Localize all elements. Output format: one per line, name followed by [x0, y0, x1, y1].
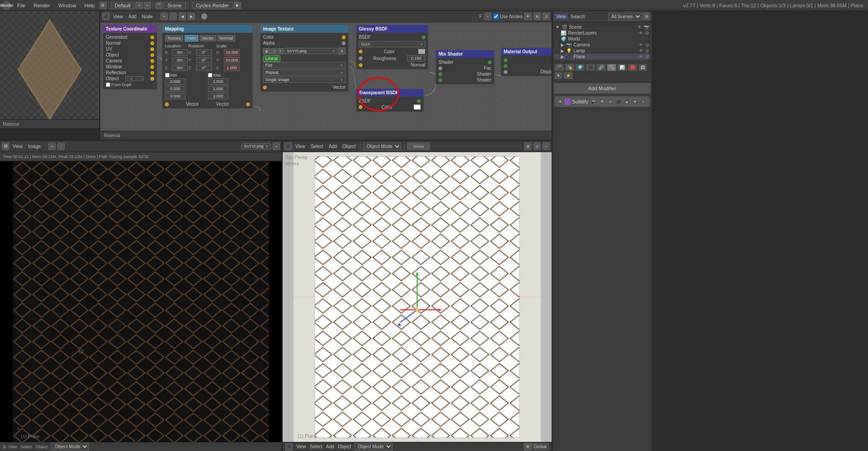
modifier-delete[interactable]: × [640, 98, 647, 105]
node-view-icon[interactable]: 👁 [524, 13, 532, 20]
render-nav2[interactable]: - [57, 143, 65, 150]
node-node-btn[interactable]: Node [140, 14, 155, 20]
max-z-val[interactable] [208, 93, 228, 99]
mix-shader-node[interactable]: Mix Shader Shader Fac [435, 50, 495, 85]
roughness-socket[interactable] [359, 56, 362, 60]
img-close[interactable]: × [338, 47, 346, 55]
prop-tab-scene[interactable]: 🎭 [565, 64, 574, 71]
modifier-up[interactable]: ▲ [623, 98, 630, 105]
vector-in-socket[interactable] [165, 102, 169, 106]
normal-socket[interactable] [150, 41, 154, 45]
render-nav[interactable]: + [48, 143, 56, 150]
status-object-btn[interactable]: Object [336, 444, 353, 450]
status-mode-select[interactable]: Object Mode [355, 443, 393, 451]
scene-eye[interactable]: 👁 [637, 25, 642, 30]
close-node-editor[interactable]: × [484, 13, 491, 20]
scene-close[interactable]: × [144, 2, 151, 9]
rot-x[interactable] [196, 49, 212, 56]
texture-coord-node[interactable]: Texture Coordinate Generated Normal UV O… [103, 25, 157, 90]
node-nav1[interactable]: + [160, 13, 168, 20]
prop-btn[interactable]: ◎ [533, 143, 541, 150]
outliner-camera[interactable]: ▶ 📷 Camera 👁 ⚙ [554, 42, 650, 48]
rpanel-search-btn[interactable]: Search [569, 14, 587, 20]
camera-socket[interactable] [150, 59, 154, 63]
status-snap[interactable]: ⊞ [524, 443, 531, 451]
mix-out-socket[interactable] [488, 61, 491, 64]
prop-tab-material[interactable]: 🔴 [628, 64, 637, 71]
viewport-editor-type-icon[interactable]: ⬛ [285, 443, 293, 451]
object-socket[interactable] [150, 53, 154, 57]
node-editor-type[interactable]: ⬛ [102, 13, 109, 20]
node-snap[interactable]: ⊞ [533, 13, 541, 20]
editor-type-icon[interactable]: ⊞ [99, 2, 107, 9]
use-nodes-checkbox[interactable] [493, 14, 499, 19]
img-type3-icon[interactable]: F [278, 48, 284, 54]
prop-tab-object[interactable]: ⬛ [586, 64, 595, 71]
status-view-btn[interactable]: View [294, 444, 308, 450]
source-dropdown[interactable]: Single Image [263, 77, 346, 83]
menu-window[interactable]: Window [55, 2, 80, 9]
object2-socket[interactable] [150, 77, 154, 81]
min-checkbox[interactable] [165, 73, 170, 77]
lamp-eye[interactable]: 👁 [639, 48, 643, 53]
global-select[interactable]: Global [407, 143, 430, 150]
3d-select-btn[interactable]: Select [309, 144, 326, 149]
shader2-socket[interactable] [439, 78, 442, 82]
node-nav3[interactable]: ◀ [179, 13, 186, 20]
node-add-btn[interactable]: Add [127, 14, 139, 20]
img-type-icon[interactable]: ▣ [263, 48, 270, 54]
glossy-bsdf-node[interactable]: Glossy BSDF BSDF GGX Color [356, 25, 429, 70]
outliner-lamp[interactable]: ▶ 💡 Lamp 👁 ⚙ [554, 48, 650, 54]
status-add-btn[interactable]: Add [324, 444, 336, 450]
volume-socket[interactable] [504, 64, 507, 68]
3d-add-btn[interactable]: Add [327, 144, 339, 149]
prop-tab-modifier[interactable]: 🔧 [607, 64, 616, 71]
render-view-btn[interactable]: View [11, 144, 25, 149]
renderlayers-eye[interactable]: 👁 [639, 31, 643, 36]
prop-tab-constraints[interactable]: 🔗 [596, 64, 606, 71]
3d-mode-select[interactable]: Object Mode [363, 143, 401, 150]
interpolation-value[interactable]: Linear [263, 55, 280, 62]
modifier-edit[interactable]: ✏ [607, 98, 614, 105]
camera-settings2[interactable]: ⚙ [645, 42, 649, 47]
img-type2-icon[interactable]: 3 [271, 48, 277, 54]
modifier-down[interactable]: ▼ [631, 98, 639, 105]
mode-select[interactable]: Object Mode [51, 443, 89, 451]
vector-out-socket[interactable] [246, 102, 250, 106]
node-nav2[interactable]: - [170, 13, 177, 20]
render-image-btn[interactable]: Image [26, 144, 43, 149]
uv-socket[interactable] [150, 47, 154, 51]
node-canvas[interactable]: Texture Coordinate Generated Normal UV O… [100, 22, 552, 131]
rpanel-view-btn[interactable]: View [554, 14, 568, 20]
max-x-val[interactable] [208, 78, 228, 85]
roughness-value[interactable] [407, 55, 425, 62]
outliner-renderlayers[interactable]: 📊 RenderLayers 👁 ⚙ [554, 30, 650, 36]
color-in-socket[interactable] [359, 50, 362, 53]
modifier-cage[interactable]: ⬛ [615, 98, 622, 105]
3d-object-btn[interactable]: Object [341, 144, 357, 149]
renderlayers-settings[interactable]: ⚙ [645, 31, 649, 36]
status-select-btn[interactable]: Select [308, 444, 325, 450]
render-close[interactable]: × [273, 143, 280, 150]
mapping-vector-btn[interactable]: Vector [200, 35, 216, 41]
scene-icon[interactable]: 🎬 [155, 2, 162, 9]
min-z-val[interactable] [165, 93, 186, 99]
surface-socket[interactable] [504, 58, 507, 62]
projection-dropdown[interactable]: Flat [263, 62, 346, 68]
node-nav4[interactable]: ▶ [188, 13, 195, 20]
object-dropdown[interactable] [125, 76, 144, 81]
material-output-node[interactable]: Material Output Surface Volume [501, 47, 552, 77]
render-engine[interactable]: Cycles Render [192, 2, 233, 9]
max-checkbox[interactable] [208, 73, 212, 77]
prop-tab-data[interactable]: 📊 [617, 64, 627, 71]
snap-btn[interactable]: ⊞ [524, 143, 532, 150]
prop-tab-render[interactable]: 🎬 [554, 64, 564, 71]
max-y-val[interactable] [208, 86, 228, 92]
3d-view-btn[interactable]: View [294, 144, 307, 149]
menu-help[interactable]: Help [81, 2, 98, 9]
loc-y[interactable] [172, 57, 188, 63]
node-snap2[interactable]: ⊡ [542, 13, 550, 20]
image-name-render[interactable]: SnYVt.png [242, 143, 271, 149]
lamp-settings[interactable]: ⚙ [645, 48, 649, 53]
rpanel-settings[interactable]: ⚙ [643, 13, 650, 20]
